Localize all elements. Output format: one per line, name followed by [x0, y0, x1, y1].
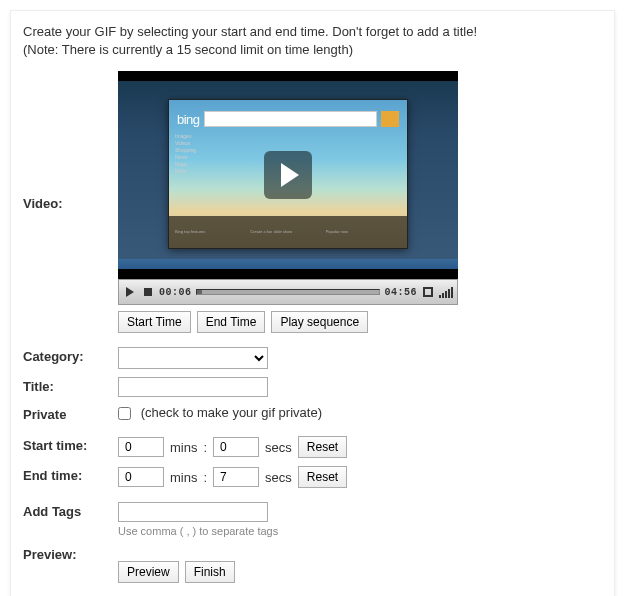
mins-label-2: mins [170, 470, 197, 485]
end-time-button[interactable]: End Time [197, 311, 266, 333]
tags-input[interactable] [118, 502, 268, 522]
instructions: Create your GIF by selecting your start … [23, 23, 602, 59]
finish-button[interactable]: Finish [185, 561, 235, 583]
title-label: Title: [23, 377, 118, 394]
play-icon [281, 163, 299, 187]
instruction-line: Create your GIF by selecting your start … [23, 23, 602, 41]
category-label: Category: [23, 347, 118, 364]
gif-creator-form: Create your GIF by selecting your start … [10, 10, 615, 596]
current-time: 00:06 [159, 287, 192, 298]
end-reset-button[interactable]: Reset [298, 466, 347, 488]
time-colon: : [203, 440, 207, 455]
progress-bar[interactable] [196, 289, 381, 295]
fullscreen-icon [423, 287, 433, 297]
video-screen[interactable]: bing Images Videos Shopping News Maps Mo… [118, 71, 458, 279]
thumbnail-brand: bing [177, 112, 200, 127]
private-hint: (check to make your gif private) [141, 405, 322, 420]
start-time-button[interactable]: Start Time [118, 311, 191, 333]
stop-control[interactable] [141, 285, 155, 299]
preview-label: Preview: [23, 545, 118, 562]
thumbnail-search-button [381, 111, 399, 127]
play-control[interactable] [123, 285, 137, 299]
start-time-label: Start time: [23, 436, 118, 453]
category-select[interactable] [118, 347, 268, 369]
video-controls-bar: 00:06 04:56 [118, 279, 458, 305]
tags-hint: Use comma ( , ) to separate tags [118, 525, 602, 537]
end-time-label: End time: [23, 466, 118, 483]
video-player: bing Images Videos Shopping News Maps Mo… [118, 71, 458, 305]
private-checkbox[interactable] [118, 407, 131, 420]
mins-label: mins [170, 440, 197, 455]
start-reset-button[interactable]: Reset [298, 436, 347, 458]
play-sequence-button[interactable]: Play sequence [271, 311, 368, 333]
time-colon-2: : [203, 470, 207, 485]
end-mins-input[interactable] [118, 467, 164, 487]
video-label: Video: [23, 194, 118, 211]
secs-label: secs [265, 440, 292, 455]
total-time: 04:56 [384, 287, 417, 298]
preview-button[interactable]: Preview [118, 561, 179, 583]
progress-fill [197, 290, 202, 294]
volume-control[interactable] [439, 286, 453, 298]
play-button-overlay[interactable] [264, 151, 312, 199]
private-label: Private [23, 405, 118, 422]
thumbnail-taskbar [118, 259, 458, 269]
start-mins-input[interactable] [118, 437, 164, 457]
title-input[interactable] [118, 377, 268, 397]
thumbnail-search-box [204, 111, 377, 127]
fullscreen-control[interactable] [421, 285, 435, 299]
end-secs-input[interactable] [213, 467, 259, 487]
add-tags-label: Add Tags [23, 502, 118, 519]
instruction-note: (Note: There is currently a 15 second li… [23, 41, 602, 59]
secs-label-2: secs [265, 470, 292, 485]
stop-icon [144, 288, 152, 296]
play-icon [126, 287, 134, 297]
start-secs-input[interactable] [213, 437, 259, 457]
